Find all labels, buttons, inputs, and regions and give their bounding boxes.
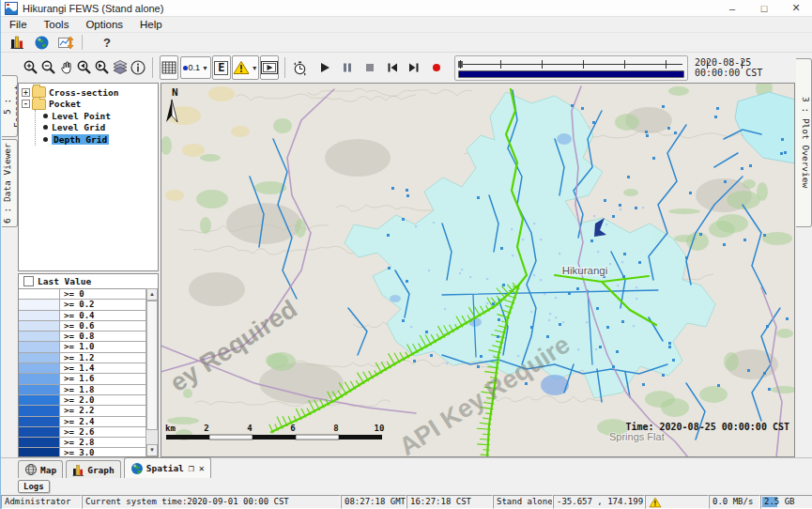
- zoom-previous-button[interactable]: [76, 56, 93, 79]
- map-canvas[interactable]: ey Required API Key Require Hikurangi Sp…: [161, 83, 795, 457]
- legend-row: >= 2.2: [19, 406, 146, 416]
- pause-button[interactable]: [339, 56, 356, 79]
- left-tab-strip: 5 : Forecast 6 : Data Viewer: [1, 73, 18, 457]
- tab-map[interactable]: Map: [18, 460, 63, 478]
- tab-data-viewer[interactable]: 6 : Data Viewer: [2, 139, 18, 227]
- layers-button[interactable]: [112, 56, 129, 79]
- zoom-out-button[interactable]: [40, 56, 57, 79]
- tree-node-level-grid[interactable]: Level Grid: [41, 122, 158, 134]
- tree-node-cross-section[interactable]: + Cross-section: [22, 86, 158, 99]
- data-viewer-panel: + Cross-section - Pocket Level Point Lev…: [18, 83, 161, 457]
- zoom-in-button[interactable]: [23, 56, 39, 79]
- toolbar-separator: [152, 57, 153, 78]
- tab-spatial[interactable]: Spatial ❒ ✕: [124, 457, 211, 478]
- menu-file[interactable]: File: [1, 19, 36, 30]
- legend-row: >= 1.6: [19, 374, 146, 384]
- menu-options[interactable]: Options: [77, 19, 131, 30]
- tab-maximize-icon[interactable]: ❒: [189, 463, 194, 473]
- bar-chart-icon: [72, 464, 84, 476]
- tab-plot-overview[interactable]: 3 : Plot Overview: [796, 58, 812, 227]
- legend-row: >= 1.8: [19, 385, 146, 395]
- svg-text:10: 10: [375, 424, 385, 433]
- maximize-button[interactable]: □: [748, 0, 780, 16]
- zoom-next-button[interactable]: [94, 56, 111, 79]
- legend-swatch: [19, 374, 60, 383]
- status-gmt-time: 08:27:18 GMT: [341, 495, 406, 509]
- pan-hand-button[interactable]: [58, 56, 75, 79]
- legend-row: >= 1.4: [19, 363, 146, 374]
- filter-tree: + Cross-section - Pocket Level Point Lev…: [18, 83, 159, 271]
- application-window: Hikurangi FEWS (Stand alone) – □ ✕ File …: [0, 0, 812, 509]
- map-toolbar: 0.1 ▼ E ▼: [1, 53, 795, 83]
- close-button[interactable]: ✕: [780, 0, 812, 16]
- tab-forecast[interactable]: 5 : Forecast: [2, 75, 18, 137]
- legend-row: >= 1.2: [19, 353, 146, 363]
- menu-help[interactable]: Help: [131, 19, 171, 30]
- legend-row: >= 3.0: [19, 448, 146, 457]
- help-button[interactable]: ?: [103, 36, 111, 50]
- place-label-springs-flat: Springs Flat: [609, 431, 665, 442]
- folder-icon: [32, 99, 46, 110]
- timeline-period-bar: [458, 70, 684, 78]
- first-frame-button[interactable]: [384, 56, 401, 79]
- grid-display-button[interactable]: [160, 55, 178, 80]
- collapse-icon[interactable]: -: [22, 100, 30, 108]
- tab-graph[interactable]: Graph: [66, 460, 121, 478]
- status-network-rate: 0.0 MB/s: [709, 495, 760, 509]
- tab-close-icon[interactable]: ✕: [199, 463, 205, 473]
- svg-text:N: N: [172, 86, 178, 99]
- legend-scrollbar[interactable]: ▲ ▼: [146, 288, 158, 456]
- threshold-dropdown[interactable]: 0.1 ▼: [180, 56, 211, 79]
- last-value-label: Last Value: [38, 276, 91, 286]
- legend-swatch: [19, 300, 60, 309]
- last-frame-button[interactable]: [406, 56, 423, 79]
- node-bullet-icon: [43, 125, 48, 130]
- legend-swatch: [19, 311, 60, 320]
- tree-node-level-point[interactable]: Level Point: [41, 110, 158, 122]
- warning-icon: [649, 497, 662, 508]
- timeline-slider[interactable]: [454, 55, 688, 81]
- legend-class-list: >= 0 >= 0.2 >= 0.4 >= 0.6 >= 0.8 >= 1.0 …: [19, 288, 146, 456]
- legend-toggle-button[interactable]: E: [212, 55, 231, 80]
- tree-node-depth-grid[interactable]: Depth Grid: [41, 133, 158, 146]
- globe-blue-icon: [130, 462, 144, 475]
- menu-tools[interactable]: Tools: [36, 19, 78, 30]
- chevron-down-icon: ▼: [202, 65, 208, 71]
- legend-letter: E: [214, 61, 228, 75]
- scroll-down-icon[interactable]: ▼: [146, 444, 158, 456]
- map-display-icon[interactable]: [35, 36, 49, 50]
- legend-swatch: [19, 406, 60, 415]
- movie-player-button[interactable]: [260, 55, 279, 80]
- warnings-dropdown[interactable]: ▼: [232, 55, 259, 80]
- legend-swatch: [19, 417, 60, 426]
- logs-button[interactable]: Logs: [18, 480, 50, 493]
- legend-swatch: [19, 321, 60, 331]
- legend-row: >= 1.0: [19, 342, 146, 352]
- legend-row: >= 0.8: [19, 332, 146, 342]
- scroll-up-icon[interactable]: ▲: [146, 288, 158, 301]
- spatial-display-icon[interactable]: [58, 36, 74, 50]
- legend-swatch: [19, 342, 60, 351]
- record-button[interactable]: [428, 56, 445, 79]
- minimize-button[interactable]: –: [716, 0, 748, 16]
- data-display-icon[interactable]: [10, 35, 25, 50]
- tree-node-pocket[interactable]: - Pocket: [22, 99, 158, 111]
- last-value-checkbox[interactable]: [23, 276, 34, 286]
- legend-swatch: [19, 353, 60, 362]
- scrollbar-thumb[interactable]: [146, 301, 158, 430]
- globe-wire-icon: [24, 463, 38, 476]
- timeline-timestamp: 2020-08-25 00:00:00 CST: [695, 57, 795, 78]
- stop-button[interactable]: [361, 56, 378, 79]
- legend-swatch: [19, 332, 60, 341]
- timeline-track[interactable]: [458, 58, 684, 69]
- map-time-label: Time: 2020-08-25 00:00:00 CST: [625, 422, 789, 432]
- toolbar-separator: [284, 57, 285, 78]
- legend-swatch: [19, 427, 60, 437]
- info-button[interactable]: [130, 56, 146, 79]
- expand-icon[interactable]: +: [22, 88, 30, 97]
- title-bar: Hikurangi FEWS (Stand alone) – □ ✕: [1, 0, 812, 17]
- animation-timer-icon[interactable]: [291, 56, 309, 79]
- svg-text:2: 2: [204, 424, 208, 433]
- status-warning-cell[interactable]: [645, 495, 709, 509]
- play-button[interactable]: [316, 56, 333, 79]
